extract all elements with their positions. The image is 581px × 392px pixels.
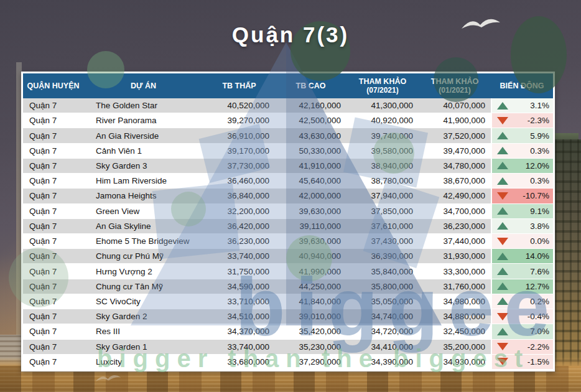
cell-tham-khao-07-2021: 39,580,000 [346,144,419,158]
cell-district: Quận 7 [23,355,83,369]
cell-tham-khao-07-2021: 35,050,000 [346,294,419,309]
cell-tb-thap: 37,730,000 [203,159,275,173]
cell-district: Quận 7 [23,98,83,113]
cell-tb-thap: 40,520,000 [203,98,275,113]
cell-tham-khao-01-2021: 42,490,000 [419,189,491,203]
cell-tb-cao: 41,910,000 [275,159,346,173]
table-row: Quận 7 River Panorama 39,270,000 42,500,… [23,113,553,128]
cell-bien-dong: 3.1% [491,98,553,113]
cell-tham-khao-07-2021: 34,390,000 [346,355,419,369]
cell-district: Quận 7 [23,128,83,142]
cell-tham-khao-01-2021: 34,880,000 [419,309,491,324]
cell-district: Quận 7 [23,113,83,128]
change-percent: 5.9% [530,131,549,141]
cell-district: Quận 7 [23,249,83,263]
table-row: Quận 7 Ehome 5 The Bridgeview 36,230,000… [23,234,553,249]
cell-tham-khao-01-2021: 41,900,000 [419,113,491,128]
change-percent: 0.0% [530,236,549,246]
cell-project: An Gia Skyline [83,219,203,233]
cell-district: Quận 7 [23,219,83,233]
cell-bien-dong: -0.4% [491,309,553,324]
cell-tb-cao: 40,940,000 [275,249,346,263]
cell-tham-khao-07-2021: 35,840,000 [346,264,419,278]
change-percent: 0.3% [530,176,549,185]
arrow-down-icon [497,343,508,350]
cell-bien-dong: 3.8% [491,219,553,233]
cell-tham-khao-07-2021: 39,740,000 [346,128,419,142]
change-percent: 12.0% [526,161,549,170]
cell-tham-khao-01-2021: 39,470,000 [419,144,491,158]
cell-tb-thap: 33,740,000 [203,340,275,354]
arrow-up-icon [497,102,508,110]
cell-district: Quận 7 [23,174,83,188]
cell-project: Him Lam Riverside [83,174,203,188]
cell-district: Quận 7 [23,294,83,309]
cell-tham-khao-01-2021: 31,930,000 [419,249,491,263]
cell-tb-thap: 36,460,000 [203,174,275,188]
cell-tham-khao-07-2021: 34,410,000 [346,340,419,354]
cell-tham-khao-01-2021: 33,300,000 [419,264,491,278]
cell-bien-dong: -2.2% [491,340,553,354]
cell-tham-khao-01-2021: 31,760,000 [419,279,491,294]
cell-project: Res III [83,324,203,338]
arrow-up-icon [497,162,508,169]
change-percent: 0.3% [530,146,549,156]
cell-district: Quận 7 [23,189,83,203]
change-percent: 7.0% [530,327,549,336]
table-row: Quận 7 The Golden Star 40,520,000 42,160… [23,98,553,113]
cell-tb-thap: 36,420,000 [203,219,275,233]
price-table: QUẬN HUYỆNDỰ ÁNTB THẤPTB CAOTHAM KHẢO(07… [21,72,555,371]
cell-district: Quận 7 [23,309,83,324]
column-header: DỰ ÁN [83,73,203,98]
cell-bien-dong: 0.3% [491,174,553,188]
cell-tham-khao-01-2021: 35,200,000 [419,340,491,354]
column-header: TB THẤP [203,73,275,98]
cell-tb-thap: 39,270,000 [203,113,275,128]
cell-tham-khao-01-2021: 37,520,000 [419,128,491,142]
cell-tb-thap: 33,680,000 [203,355,275,369]
cell-tham-khao-07-2021: 35,800,000 [346,279,419,294]
cell-tb-thap: 31,750,000 [203,264,275,278]
cell-district: Quận 7 [23,264,83,278]
cell-tham-khao-07-2021: 37,610,000 [346,219,419,233]
cell-bien-dong: -10.7% [491,189,553,203]
change-percent: -10.7% [523,191,549,200]
arrow-up-icon [497,207,508,215]
cell-bien-dong: 12.0% [491,159,553,173]
cell-tb-cao: 39,010,000 [275,309,346,324]
table-row: Quận 7 Sky Garden 3 37,730,000 41,910,00… [23,159,553,174]
cell-district: Quận 7 [23,234,83,248]
change-percent: 12.7% [526,282,549,291]
column-header: QUẬN HUYỆN [23,73,83,98]
table-row: Quận 7 Sky Garden 2 34,510,000 39,010,00… [23,309,553,324]
cell-district: Quận 7 [23,144,83,158]
table-row: Quận 7 An Gia Skyline 36,420,000 39,110,… [23,219,553,234]
cell-tham-khao-07-2021: 34,740,000 [346,309,419,324]
arrow-up-icon [497,282,508,290]
arrow-up-icon [497,328,508,335]
change-percent: -2.3% [528,116,549,125]
cell-tb-thap: 34,510,000 [203,309,275,324]
page-title: Quận 7(3) [0,22,581,47]
cell-tham-khao-01-2021: 34,700,000 [419,204,491,218]
cell-bien-dong: 7.6% [491,264,553,278]
cell-tb-cao: 42,500,000 [275,113,346,128]
arrow-down-icon [497,117,508,124]
change-percent: 14.0% [526,251,549,261]
arrow-up-icon [497,177,508,185]
change-percent: -2.2% [528,342,549,352]
arrow-up-icon [497,297,508,305]
cell-bien-dong: 0.2% [491,294,553,309]
table-row: Quận 7 Jamona Heights 36,840,000 42,000,… [23,189,553,203]
change-percent: -0.4% [528,312,549,321]
cell-tham-khao-01-2021: 37,440,000 [419,234,491,248]
table-row: Quận 7 Hưng Vượng 2 31,750,000 41,990,00… [23,264,553,279]
arrow-up-icon [497,222,508,230]
cell-tb-thap: 33,710,000 [203,294,275,309]
cell-district: Quận 7 [23,340,83,354]
cell-project: Luxcity [83,355,203,369]
cell-tb-cao: 43,630,000 [275,128,346,142]
cell-bien-dong: 0.0% [491,234,553,248]
cell-tb-cao: 39,630,000 [275,204,346,218]
table-header: QUẬN HUYỆNDỰ ÁNTB THẤPTB CAOTHAM KHẢO(07… [23,73,553,98]
